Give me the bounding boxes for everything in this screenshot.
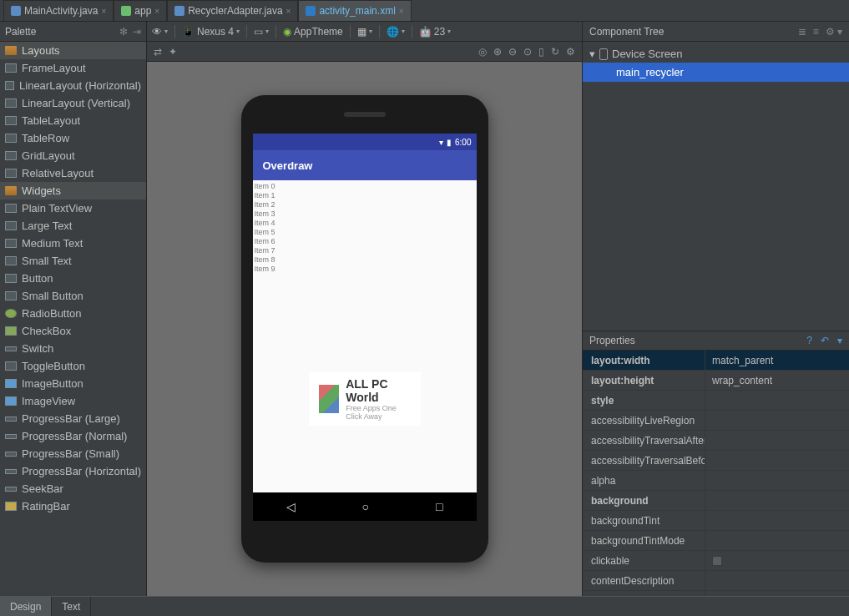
property-value[interactable] xyxy=(705,551,849,570)
palette-item-button[interactable]: Button xyxy=(0,270,146,287)
palette-item-small-text[interactable]: Small Text xyxy=(0,252,146,270)
expand-icon[interactable]: ≣ xyxy=(798,26,806,38)
settings-icon[interactable]: ⚙ xyxy=(566,46,575,58)
palette-item-progressbar-normal[interactable]: ProgressBar (Normal) xyxy=(0,427,146,445)
palette-item-togglebutton[interactable]: ToggleButton xyxy=(0,357,146,375)
list-item: Item 0 xyxy=(255,182,475,191)
tab-design[interactable]: Design xyxy=(0,597,52,616)
checkbox-icon[interactable] xyxy=(712,556,722,566)
zoom-actual-icon[interactable]: ⊙ xyxy=(523,46,532,58)
tab-app[interactable]: app × xyxy=(114,0,167,21)
palette-item-radiobutton[interactable]: RadioButton xyxy=(0,305,146,322)
property-value[interactable]: match_parent xyxy=(705,351,849,370)
undo-icon[interactable]: ↶ xyxy=(821,335,829,346)
palette-item-framelayout[interactable]: FrameLayout xyxy=(0,59,146,77)
property-row[interactable]: accessibilityLiveRegion xyxy=(583,411,849,431)
palette-item-plain-textview[interactable]: Plain TextView xyxy=(0,199,146,217)
property-value[interactable] xyxy=(705,451,849,470)
close-icon[interactable]: × xyxy=(101,7,106,16)
screenshot-icon[interactable]: ▯ xyxy=(538,46,544,58)
phone-frame: ▾ ▮ 6:00 Overdraw Item 0 Item 1 Item 2 I… xyxy=(241,95,488,563)
property-row[interactable]: background xyxy=(583,491,849,511)
toolbar-device-selector[interactable]: 📱 Nexus 4 ▾ xyxy=(182,26,240,38)
palette-item-linearlayout-v[interactable]: LinearLayout (Vertical) xyxy=(0,94,146,112)
property-row[interactable]: backgroundTint xyxy=(583,511,849,531)
tree-node-main-recycler[interactable]: main_recycler xyxy=(583,63,849,82)
toolbar-api-selector[interactable]: 🤖 23 ▾ xyxy=(419,26,451,38)
property-value[interactable] xyxy=(705,391,849,410)
property-value[interactable]: wrap_content xyxy=(705,371,849,390)
palette-item-imageview[interactable]: ImageView xyxy=(0,392,146,410)
nav-back-icon: ◁ xyxy=(286,500,296,513)
palette-item-gridlayout[interactable]: GridLayout xyxy=(0,147,146,164)
property-row[interactable]: layout:heightwrap_content xyxy=(583,371,849,391)
zoom-out-icon[interactable]: ⊖ xyxy=(508,46,517,58)
palette-item-ratingbar[interactable]: RatingBar xyxy=(0,497,146,515)
gear-icon[interactable]: ⚙ ▾ xyxy=(826,26,842,38)
property-value[interactable] xyxy=(705,511,849,530)
palette-item-linearlayout-h[interactable]: LinearLayout (Horizontal) xyxy=(0,77,146,94)
toolbar-theme-selector[interactable]: ◉ AppTheme xyxy=(283,26,343,38)
palette-item-imagebutton[interactable]: ImageButton xyxy=(0,375,146,392)
property-value[interactable] xyxy=(705,531,849,550)
zoom-in-icon[interactable]: ⊕ xyxy=(493,46,502,58)
zoom-fit-icon[interactable]: ◎ xyxy=(478,46,487,58)
palette-item-tablelayout[interactable]: TableLayout xyxy=(0,112,146,129)
palette-item-progressbar-small[interactable]: ProgressBar (Small) xyxy=(0,445,146,462)
property-row[interactable]: accessibilityTraversalBefore xyxy=(583,451,849,471)
property-value[interactable] xyxy=(705,471,849,490)
palette-item-checkbox[interactable]: CheckBox xyxy=(0,322,146,340)
collapse-icon[interactable]: ≡ xyxy=(813,26,819,38)
phone-screen: ▾ ▮ 6:00 Overdraw Item 0 Item 1 Item 2 I… xyxy=(253,134,477,521)
filter-icon[interactable]: ▾ xyxy=(837,335,842,346)
tab-activity-main-xml[interactable]: activity_main.xml × xyxy=(298,0,411,21)
close-icon[interactable]: × xyxy=(399,7,404,16)
help-icon[interactable]: ? xyxy=(806,335,812,346)
palette-item-tablerow[interactable]: TableRow xyxy=(0,129,146,147)
property-row[interactable]: alpha xyxy=(583,471,849,491)
palette-item-medium-text[interactable]: Medium Text xyxy=(0,235,146,252)
palette-category-widgets[interactable]: Widgets xyxy=(0,182,146,199)
palette-item-small-button[interactable]: Small Button xyxy=(0,287,146,305)
property-value[interactable] xyxy=(705,411,849,430)
palette-item-progressbar-large[interactable]: ProgressBar (Large) xyxy=(0,410,146,427)
phone-speaker xyxy=(344,112,386,117)
chevron-down-icon: ▾ xyxy=(589,48,595,60)
palette-category-layouts[interactable]: Layouts xyxy=(0,42,146,59)
toggle-view-icon[interactable]: ⇄ xyxy=(154,46,162,58)
property-row[interactable]: clickable xyxy=(583,551,849,571)
gear-icon[interactable]: ✻ xyxy=(119,26,128,38)
toolbar-locale[interactable]: 🌐 ▾ xyxy=(387,26,405,38)
property-value[interactable] xyxy=(705,491,849,510)
palette-item-progressbar-horizontal[interactable]: ProgressBar (Horizontal) xyxy=(0,462,146,480)
palette-item-switch[interactable]: Switch xyxy=(0,340,146,357)
device-stage[interactable]: ▾ ▮ 6:00 Overdraw Item 0 Item 1 Item 2 I… xyxy=(147,62,582,596)
list-item: Item 9 xyxy=(255,265,475,274)
close-icon[interactable]: × xyxy=(154,7,159,16)
palette-item-relativelayout[interactable]: RelativeLayout xyxy=(0,164,146,182)
toolbar-activity[interactable]: ▦ ▾ xyxy=(357,26,372,38)
toolbar-orientation[interactable]: ▭ ▾ xyxy=(254,26,269,38)
tab-mainactivity[interactable]: MainActivity.java × xyxy=(3,0,114,21)
refresh-icon[interactable]: ↻ xyxy=(551,46,559,58)
tree-node-device-screen[interactable]: ▾ Device Screen xyxy=(583,45,849,63)
tab-label: RecyclerAdapter.java xyxy=(188,5,282,17)
tab-recycleradapter[interactable]: RecyclerAdapter.java × xyxy=(167,0,298,21)
property-row[interactable]: backgroundTintMode xyxy=(583,531,849,551)
property-value[interactable] xyxy=(705,431,849,450)
close-icon[interactable]: × xyxy=(286,7,291,16)
progress-icon xyxy=(5,434,17,439)
property-row[interactable]: contentDescription xyxy=(583,571,849,591)
property-value[interactable] xyxy=(705,571,849,590)
palette-item-large-text[interactable]: Large Text xyxy=(0,217,146,235)
palette-item-seekbar[interactable]: SeekBar xyxy=(0,480,146,497)
tab-text[interactable]: Text xyxy=(52,597,91,616)
switch-icon xyxy=(5,346,17,351)
property-row[interactable]: style xyxy=(583,391,849,411)
blueprint-icon[interactable]: ✦ xyxy=(169,46,177,58)
android-statusbar: ▾ ▮ 6:00 xyxy=(253,134,477,150)
collapse-icon[interactable]: ⇥ xyxy=(133,26,141,38)
toolbar-eye-icon[interactable]: 👁 ▾ xyxy=(152,26,168,38)
property-row[interactable]: layout:widthmatch_parent xyxy=(583,351,849,371)
property-row[interactable]: accessibilityTraversalAfter xyxy=(583,431,849,451)
